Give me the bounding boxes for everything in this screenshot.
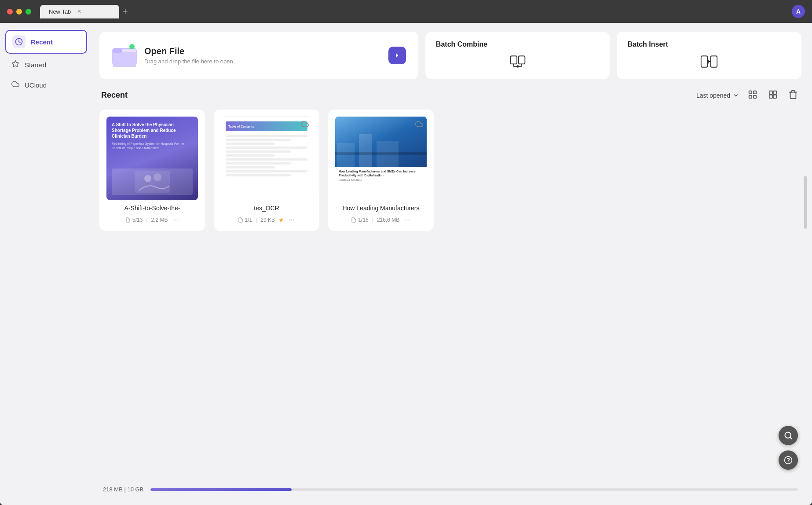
recent-controls: Last opened — [696, 88, 800, 102]
pages-icon — [125, 217, 131, 223]
sidebar-item-ucloud[interactable]: UCloud — [5, 76, 87, 94]
file-pages: 1/1 — [245, 217, 252, 223]
storage-track — [150, 488, 798, 491]
svg-point-21 — [144, 175, 151, 182]
search-fab-icon — [784, 431, 793, 440]
open-file-button[interactable] — [388, 47, 406, 64]
minimize-button[interactable] — [16, 9, 22, 15]
maximize-button[interactable] — [26, 9, 31, 15]
file-card[interactable]: Table of Contents — [214, 110, 319, 231]
tab-close-icon[interactable]: ✕ — [77, 8, 81, 15]
file-thumbnail: Table of Contents — [221, 117, 312, 200]
scrollbar[interactable] — [804, 176, 807, 229]
svg-rect-9 — [711, 56, 717, 67]
avatar[interactable]: A — [792, 5, 805, 18]
tab-label: New Tab — [49, 8, 71, 15]
svg-rect-14 — [749, 95, 752, 98]
svg-point-4 — [129, 44, 135, 49]
thumb-mfg-bottom: How Leading Manufacturers and SMEs Can I… — [335, 167, 427, 200]
thumb-manufacturing — [335, 117, 427, 167]
thumb-image-placeholder — [112, 168, 193, 195]
batch-combine-card[interactable]: Batch Combine — [425, 32, 610, 79]
active-tab[interactable]: New Tab ✕ — [40, 5, 119, 18]
file-thumbnail: A Shift to Solve the Physician Shortage … — [106, 117, 198, 200]
fab-group — [779, 426, 798, 470]
file-card[interactable]: A Shift to Solve the Physician Shortage … — [99, 110, 205, 231]
open-file-text: Open File Drag and drop the file here to… — [144, 46, 381, 65]
pages-info: 5/13 — [125, 217, 143, 223]
storage-bar-section: 218 MB | 10 GB — [99, 486, 801, 496]
star-filled-icon: ★ — [278, 216, 284, 223]
file-grid: A Shift to Solve the Physician Shortage … — [99, 110, 801, 231]
sort-label: Last opened — [696, 92, 730, 99]
svg-point-22 — [154, 173, 161, 181]
storage-fill — [150, 488, 292, 491]
file-pages: 1/16 — [358, 217, 368, 223]
batch-combine-icon — [436, 53, 600, 70]
pages-info: 1/16 — [351, 217, 368, 223]
folder-icon — [112, 44, 137, 67]
open-file-title: Open File — [144, 46, 381, 56]
grid-view-button[interactable] — [746, 88, 759, 102]
delete-button[interactable] — [786, 88, 800, 102]
sidebar-item-recent[interactable]: Recent — [5, 30, 87, 54]
file-meta: 1/16 | 216,6 MB ··· — [335, 216, 427, 224]
file-more-button[interactable]: ··· — [172, 216, 179, 224]
svg-rect-16 — [769, 91, 772, 94]
svg-rect-12 — [749, 91, 752, 94]
file-name-text: tes_OCR — [254, 205, 279, 212]
svg-rect-25 — [359, 134, 372, 167]
recent-icon-bg — [12, 35, 26, 48]
storage-used: 218 MB | 10 GB — [103, 486, 143, 493]
svg-point-7 — [517, 66, 519, 67]
file-name: How Leading Manufacturers — [335, 205, 427, 212]
file-more-button[interactable]: ··· — [403, 216, 410, 224]
storage-total-value: 10 GB — [127, 486, 143, 493]
batch-insert-title: Batch Insert — [627, 40, 791, 48]
svg-rect-6 — [518, 56, 525, 64]
file-thumbnail: How Leading Manufacturers and SMEs Can I… — [335, 117, 427, 200]
sidebar-item-starred[interactable]: Starred — [5, 55, 87, 74]
batch-insert-card[interactable]: Batch Insert — [617, 32, 801, 79]
sidebar-item-recent-label: Recent — [31, 38, 53, 46]
app-container: Recent Starred UCloud — [0, 23, 812, 505]
clock-icon — [15, 38, 23, 46]
file-name-text: A-Shift-to-Solve-the- — [124, 205, 180, 212]
svg-rect-19 — [773, 95, 776, 98]
close-button[interactable] — [7, 9, 13, 15]
open-file-card[interactable]: Open File Drag and drop the file here to… — [99, 32, 418, 79]
cloud-badge-icon — [301, 120, 309, 130]
help-fab-button[interactable] — [779, 450, 798, 470]
main-content: Open File Drag and drop the file here to… — [92, 23, 812, 505]
chevron-down-icon — [733, 92, 739, 99]
svg-rect-3 — [113, 48, 122, 53]
sidebar: Recent Starred UCloud — [0, 23, 92, 505]
file-more-button[interactable]: ··· — [288, 216, 295, 224]
list-view-button[interactable] — [766, 88, 779, 102]
svg-rect-8 — [701, 56, 708, 67]
pages-info: 1/1 — [238, 217, 252, 223]
tab-bar: New Tab ✕ + — [40, 5, 128, 18]
file-name: tes_OCR — [221, 205, 312, 212]
pages-icon — [238, 217, 243, 223]
svg-rect-5 — [510, 56, 517, 64]
file-pages: 5/13 — [132, 217, 143, 223]
file-meta: 5/13 | 2,2 MB ··· — [106, 216, 198, 224]
new-tab-button[interactable]: + — [123, 7, 128, 17]
cloud-badge-icon-2 — [415, 120, 423, 130]
file-name-text: How Leading Manufacturers — [342, 205, 419, 212]
file-size: 216,6 MB — [377, 217, 399, 223]
svg-rect-13 — [753, 91, 756, 94]
file-card[interactable]: How Leading Manufacturers and SMEs Can I… — [328, 110, 434, 231]
svg-line-30 — [790, 437, 792, 439]
sidebar-item-ucloud-label: UCloud — [25, 81, 47, 89]
sidebar-item-starred-label: Starred — [25, 61, 46, 69]
help-fab-icon — [784, 456, 793, 465]
search-fab-button[interactable] — [779, 426, 798, 445]
pages-icon — [351, 217, 356, 223]
thumb-purple: A Shift to Solve the Physician Shortage … — [106, 117, 198, 200]
recent-section: Recent Last opened — [99, 88, 801, 477]
file-size: 29 KB — [260, 217, 275, 223]
sort-button[interactable]: Last opened — [696, 92, 739, 99]
open-file-subtitle: Drag and drop the file here to open — [144, 58, 381, 65]
